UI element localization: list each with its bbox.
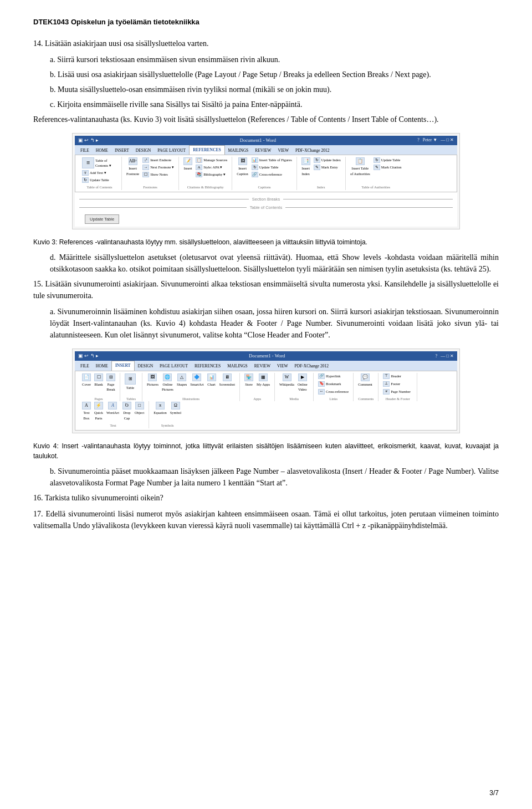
manage-sources-icon: 📋: [196, 157, 202, 163]
btn-shapes[interactable]: △ Shapes: [176, 373, 188, 393]
fig4-hf-label: Header & Footer: [386, 395, 410, 402]
smartart-icon: 🔷: [192, 373, 201, 381]
update-table-btn[interactable]: Update Table: [85, 214, 119, 224]
btn-show-notes[interactable]: ☐ Show Notes: [141, 171, 175, 178]
btn-pictures[interactable]: 🖼 Pictures: [146, 373, 160, 393]
btn-cross-ref[interactable]: 🔗 Cross-reference: [250, 171, 293, 178]
btn-manage-sources[interactable]: 📋 Manage Sources: [195, 157, 228, 163]
fig4-group-links: 🔗 Hyperlink 🔖 Bookmark ↔ Cross-reference…: [314, 373, 354, 402]
fig4-tab-pagelayout[interactable]: PAGE LAYOUT: [156, 362, 191, 370]
btn-my-apps[interactable]: ▦ My Apps: [255, 373, 271, 388]
drop-cap-icon: Ꝺ: [122, 402, 131, 409]
btn-update-table[interactable]: ↻ Update Table: [81, 177, 112, 183]
tab-view[interactable]: VIEW: [274, 146, 292, 155]
figure3-ribbon: ☰ Table ofContents ▾ T Add Text ▾ ↻ Upda…: [75, 155, 457, 192]
fig4-tab-insert[interactable]: INSERT: [111, 361, 135, 370]
cross-ref-icon: 🔗: [252, 172, 258, 177]
tab-file[interactable]: FILE: [77, 146, 93, 155]
footnotes-icons: AB¹ InsertFootnote ↓¹ Insert Endnote → N…: [125, 157, 175, 178]
btn-chart[interactable]: 📊 Chart: [206, 373, 217, 393]
btn-drop-cap[interactable]: Ꝺ DropCap: [121, 401, 132, 422]
btn-blank-page[interactable]: ☐ Blank: [93, 373, 104, 393]
btn-add-text[interactable]: T Add Text ▾: [81, 170, 112, 176]
btn-page-break[interactable]: ⊟ PageBreak: [105, 373, 116, 393]
btn-comment[interactable]: 💬 Comment: [357, 373, 374, 388]
fig4-group-illustrations: 🖼 Pictures 🌐 OnlinePictures △ Shapes 🔷 S…: [142, 373, 240, 402]
fig4-group-text: A TextBox ⚡ QuickParts A WordArt Ꝺ DropC…: [78, 401, 149, 428]
online-video-icon: ▶: [298, 373, 307, 381]
btn-cross-reference[interactable]: ↔ Cross-reference: [317, 388, 350, 395]
btn-insert-toa[interactable]: 📋 Insert Tableof Authorities: [349, 157, 371, 177]
btn-wordart[interactable]: A WordArt: [105, 401, 120, 422]
btn-update-index[interactable]: ↻ Update Index: [313, 157, 342, 163]
fig4-hf-icons: ⊤ Header ⊥ Footer # Page Number: [382, 373, 412, 395]
tab-mailings[interactable]: MAILINGS: [225, 146, 252, 155]
btn-footer[interactable]: ⊥ Footer: [382, 381, 412, 387]
btn-bibliography[interactable]: 📚 Bibliography ▾: [195, 171, 228, 178]
fig4-tab-references[interactable]: REFERENCES: [191, 362, 224, 370]
caption-options: 📊 Insert Table of Figures ↻ Update Table…: [250, 157, 293, 178]
btn-quick-parts[interactable]: ⚡ QuickParts: [93, 401, 104, 422]
btn-bookmark[interactable]: 🔖 Bookmark: [317, 381, 350, 387]
btn-insert-captionbig[interactable]: 🖼 InsertCaption: [236, 157, 249, 178]
btn-styles[interactable]: A Style: APA ▾: [195, 164, 228, 171]
tab-references[interactable]: REFERENCES: [189, 145, 224, 155]
figure3-tab-row[interactable]: FILE HOME INSERT DESIGN PAGE LAYOUT REFE…: [75, 145, 457, 155]
btn-equation[interactable]: π Equation: [152, 401, 167, 416]
item17-heading: 17. Edellä sivunumerointi lisäsi numerot…: [33, 508, 499, 531]
tab-review[interactable]: REVIEW: [252, 146, 274, 155]
fig4-text-icons: A TextBox ⚡ QuickParts A WordArt Ꝺ DropC…: [81, 401, 145, 422]
btn-hyperlink[interactable]: 🔗 Hyperlink: [317, 373, 350, 380]
btn-mark-citation[interactable]: ✎ Mark Citation: [372, 164, 403, 171]
fig4-tab-mailings[interactable]: MAILINGS: [224, 362, 251, 370]
btn-online-pictures[interactable]: 🌐 OnlinePictures: [161, 373, 175, 393]
btn-object[interactable]: □ Object: [134, 401, 145, 422]
group-captions: 🖼 InsertCaption 📊 Insert Table of Figure…: [232, 157, 296, 190]
btn-screenshot[interactable]: 🖥 Screenshot: [218, 373, 237, 393]
tab-insert[interactable]: INSERT: [111, 146, 132, 155]
btn-page-number[interactable]: # Page Number: [382, 388, 412, 395]
fig4-pages-label: Pages: [94, 395, 103, 402]
figure4-ribbon: 📄 Cover ☐ Blank ⊟ PageBreak Pages ⊞ Tabl: [75, 371, 457, 431]
blank-page-icon: ☐: [94, 373, 103, 381]
btn-symbol[interactable]: Ω Symbol: [169, 401, 182, 416]
btn-cover-page[interactable]: 📄 Cover: [81, 373, 92, 393]
btn-online-video[interactable]: ▶ OnlineVideo: [296, 373, 309, 393]
btn-wikipedia[interactable]: W Wikipedia: [278, 373, 295, 393]
btn-mark-entry[interactable]: ✎ Mark Entry: [313, 164, 342, 171]
btn-insert-index[interactable]: 📑 InsertIndex: [300, 157, 311, 177]
btn-table[interactable]: ⊞ Table: [124, 373, 137, 391]
next-footnote-icon: →: [142, 165, 149, 170]
fig4-tab-review[interactable]: REVIEW: [251, 362, 274, 370]
fig4-tab-pdfxchange[interactable]: PDF-XChange 2012: [291, 362, 332, 370]
insert-index-icon: 📑: [301, 157, 310, 165]
btn-store[interactable]: 🏪 Store: [243, 373, 254, 388]
fig4-tab-design[interactable]: DESIGN: [135, 362, 157, 370]
fig4-links-icons: 🔗 Hyperlink 🔖 Bookmark ↔ Cross-reference: [317, 373, 350, 395]
btn-insert-endnote[interactable]: ↓¹ Insert Endnote: [141, 157, 175, 163]
tab-design[interactable]: DESIGN: [132, 146, 155, 155]
tab-home[interactable]: HOME: [93, 146, 111, 155]
fig4-group-headerfooter: ⊤ Header ⊥ Footer # Page Number Header &…: [378, 373, 417, 402]
figure4-tab-row[interactable]: FILE HOME INSERT DESIGN PAGE LAYOUT REFE…: [75, 361, 457, 370]
tab-pdfxchange[interactable]: PDF-XChange 2012: [292, 146, 332, 155]
fig4-tab-file[interactable]: FILE: [77, 362, 93, 370]
btn-insert-tof[interactable]: 📊 Insert Table of Figures: [250, 157, 293, 163]
btn-next-footnote[interactable]: → Next Footnote ▾: [141, 164, 175, 171]
insert-tof-icon: 📊: [252, 157, 258, 163]
fig4-tab-view[interactable]: VIEW: [274, 362, 291, 370]
fig4-tab-home[interactable]: HOME: [93, 362, 111, 370]
fig4-comments-icons: 💬 Comment: [357, 373, 374, 388]
btn-insert-citation[interactable]: 📝 Insert: [182, 157, 193, 178]
tab-pagelayout[interactable]: PAGE LAYOUT: [154, 146, 189, 155]
btn-insert-footnote[interactable]: AB¹ InsertFootnote: [125, 157, 140, 178]
object-icon: □: [135, 402, 144, 409]
btn-smartart[interactable]: 🔷 SmartArt: [189, 373, 204, 393]
btn-table-of-contents[interactable]: ☰ Table ofContents ▾: [81, 157, 112, 169]
btn-update-toa[interactable]: ↻ Update Table: [372, 157, 403, 163]
btn-text-box[interactable]: A TextBox: [81, 401, 92, 422]
toc-label-text: Table of Contents: [247, 204, 285, 211]
btn-update-tof[interactable]: ↻ Update Table: [250, 164, 293, 171]
btn-header[interactable]: ⊤ Header: [382, 373, 412, 380]
group-authorities-label: Table of Authorities: [361, 183, 390, 190]
